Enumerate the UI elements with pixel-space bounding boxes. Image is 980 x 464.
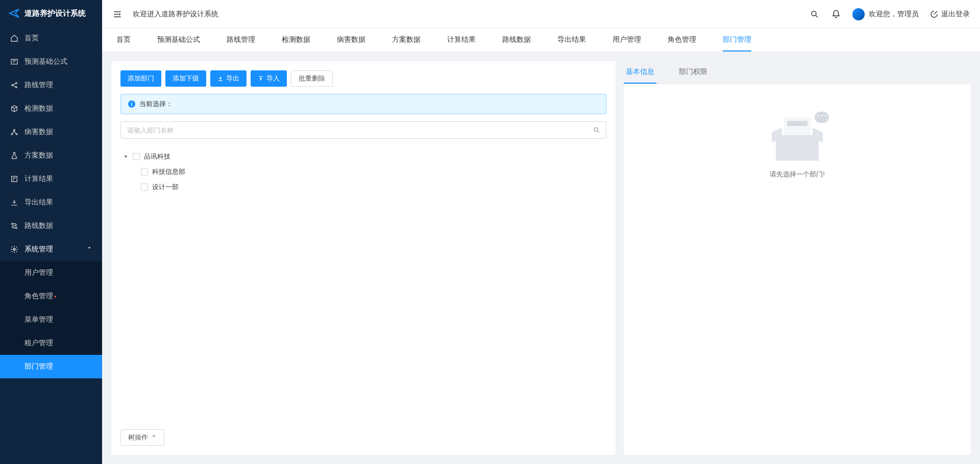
tab-plan[interactable]: 方案数据: [392, 29, 421, 51]
main: 欢迎进入道路养护设计系统 欢迎您，管理员 退出登录 首页 预测基础公式 路线管理…: [102, 0, 980, 464]
logout-icon: [930, 10, 938, 18]
tab-route-mgmt[interactable]: 路线管理: [227, 29, 255, 51]
tab-formula[interactable]: 预测基础公式: [157, 29, 200, 51]
sidebar-item-route-data[interactable]: 路线数据: [0, 214, 102, 238]
formula-icon: [10, 58, 18, 66]
sidebar-sub-menu[interactable]: 菜单管理: [0, 308, 102, 331]
sidebar-sub-dept[interactable]: 部门管理: [0, 355, 102, 378]
dot-badge: ●: [54, 294, 57, 299]
tree-checkbox[interactable]: [141, 168, 148, 175]
sidebar-item-route-mgmt[interactable]: 路线管理: [0, 73, 102, 97]
chevron-up-icon: ⌃: [151, 434, 157, 442]
calc-icon: [10, 175, 18, 183]
tree-ops-button[interactable]: 树操作 ⌃: [120, 429, 164, 446]
info-icon: i: [128, 100, 135, 108]
tree-toggle-icon[interactable]: ▾: [122, 153, 129, 160]
tab-route-data[interactable]: 路线数据: [502, 29, 531, 51]
logo-icon: [8, 7, 20, 19]
alert-text: 当前选择：: [139, 99, 173, 109]
user-greeting: 欢迎您，管理员: [869, 10, 919, 19]
sidebar-item-label: 病害数据: [24, 127, 53, 137]
sidebar-item-label: 首页: [24, 34, 39, 43]
tab-inspect[interactable]: 检测数据: [282, 29, 310, 51]
sidebar-item-label: 路线数据: [24, 221, 53, 230]
batch-delete-button[interactable]: 批量删除: [291, 70, 333, 87]
logout-label: 退出登录: [941, 10, 970, 19]
app-title: 道路养护设计系统: [24, 9, 86, 18]
tree-checkbox[interactable]: [133, 153, 140, 160]
tree-checkbox[interactable]: [141, 184, 148, 191]
network-icon: [10, 128, 18, 136]
detail-empty: 请先选择一个部门!: [624, 84, 971, 455]
logout-button[interactable]: 退出登录: [930, 10, 970, 19]
svg-point-3: [16, 87, 17, 88]
empty-illustration: [772, 115, 823, 161]
welcome-text: 欢迎进入道路养护设计系统: [133, 10, 218, 19]
tree-node-root[interactable]: ▾ 品讯科技: [120, 149, 606, 164]
download-icon: [10, 198, 18, 207]
tab-calc[interactable]: 计算结果: [447, 29, 476, 51]
detail-tab-basic[interactable]: 基本信息: [624, 61, 656, 84]
sidebar-sub-role[interactable]: 角色管理●: [0, 285, 102, 308]
svg-point-8: [12, 223, 13, 225]
tree-node-child[interactable]: 科技信息部: [120, 164, 606, 179]
sidebar-item-calc[interactable]: 计算结果: [0, 167, 102, 191]
upload-icon: [258, 75, 264, 82]
sidebar-item-home[interactable]: 首页: [0, 27, 102, 50]
svg-point-9: [16, 227, 17, 229]
sidebar-item-inspect[interactable]: 检测数据: [0, 97, 102, 120]
dept-search-input[interactable]: [120, 121, 606, 139]
sidebar-item-label: 系统管理: [24, 245, 53, 254]
add-dept-button[interactable]: 添加部门: [120, 70, 161, 87]
import-button[interactable]: 导入: [251, 70, 287, 87]
sidebar: 道路养护设计系统 首页 预测基础公式 路线管理 检测数据 病害数据 方案数据: [0, 0, 102, 464]
svg-point-2: [16, 83, 17, 84]
detail-panel: 基本信息 部门权限 请先选择一个部门!: [624, 61, 971, 455]
sidebar-item-export[interactable]: 导出结果: [0, 191, 102, 214]
dept-panel: 添加部门 添加下级 导出 导入 批量删除 i 当前选择：: [111, 61, 616, 455]
sidebar-item-label: 预测基础公式: [24, 57, 67, 66]
chevron-up-icon: ⌃: [87, 246, 92, 253]
tab-disease[interactable]: 病害数据: [337, 29, 365, 51]
sidebar-item-formula[interactable]: 预测基础公式: [0, 50, 102, 73]
sidebar-item-system[interactable]: 系统管理 ⌃: [0, 238, 102, 261]
avatar: [852, 8, 865, 20]
tree-node-label: 科技信息部: [152, 167, 185, 176]
empty-text: 请先选择一个部门!: [770, 170, 825, 179]
sidebar-item-plan[interactable]: 方案数据: [0, 144, 102, 167]
gear-icon: [10, 245, 18, 253]
sidebar-item-label: 导出结果: [24, 198, 53, 207]
detail-tab-perm[interactable]: 部门权限: [677, 61, 709, 84]
svg-point-1: [12, 85, 13, 86]
download-icon: [217, 75, 224, 82]
topbar: 欢迎进入道路养护设计系统 欢迎您，管理员 退出登录: [102, 0, 980, 29]
home-icon: [10, 34, 18, 42]
bell-icon[interactable]: [831, 9, 841, 19]
selection-alert: i 当前选择：: [120, 94, 606, 114]
detail-tabs: 基本信息 部门权限: [624, 61, 971, 84]
tree-node-label: 品讯科技: [144, 152, 170, 161]
tab-role[interactable]: 角色管理: [668, 29, 696, 51]
sidebar-item-label: 路线管理: [24, 81, 53, 90]
logo: 道路养护设计系统: [0, 0, 102, 27]
search-icon[interactable]: [593, 126, 600, 134]
cube-icon: [10, 105, 18, 113]
tab-export[interactable]: 导出结果: [557, 29, 586, 51]
menu-toggle-icon[interactable]: [112, 9, 122, 19]
sidebar-sub-tenant[interactable]: 租户管理: [0, 331, 102, 355]
search-icon[interactable]: [810, 9, 820, 19]
export-button[interactable]: 导出: [210, 70, 247, 87]
sidebar-item-disease[interactable]: 病害数据: [0, 120, 102, 144]
user-menu[interactable]: 欢迎您，管理员: [852, 8, 919, 20]
flask-icon: [10, 151, 18, 160]
add-sub-button[interactable]: 添加下级: [165, 70, 206, 87]
route-icon: [10, 222, 18, 230]
tree-node-label: 设计一部: [152, 183, 179, 192]
tree-node-child[interactable]: 设计一部: [120, 179, 606, 195]
sidebar-item-label: 计算结果: [24, 174, 53, 184]
tab-dept[interactable]: 部门管理: [723, 29, 751, 51]
toolbar: 添加部门 添加下级 导出 导入 批量删除: [120, 70, 606, 87]
sidebar-sub-user[interactable]: 用户管理: [0, 261, 102, 285]
tab-home[interactable]: 首页: [116, 29, 131, 51]
tab-user[interactable]: 用户管理: [612, 29, 641, 51]
